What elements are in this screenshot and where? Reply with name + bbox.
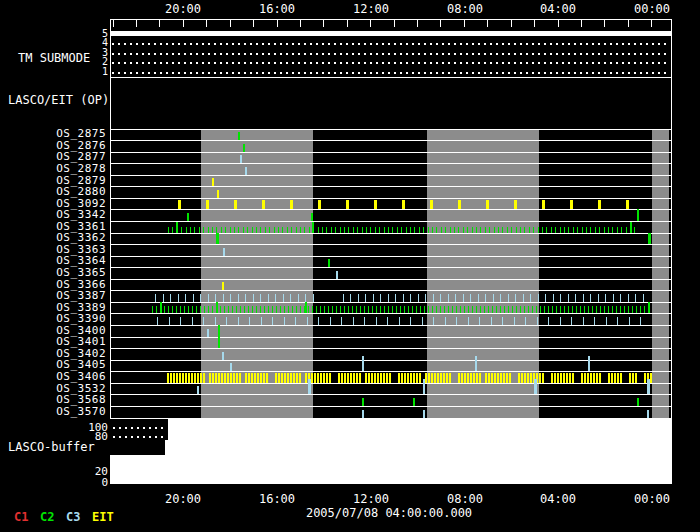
event-tick [637, 209, 639, 221]
event-tick [312, 306, 313, 313]
event-tick [164, 306, 165, 313]
event-tick [356, 373, 358, 383]
event-tick [580, 306, 581, 313]
event-tick [203, 317, 204, 325]
os-row-separator [110, 337, 672, 338]
os-row-separator [110, 233, 672, 234]
event-tick [296, 373, 298, 383]
event-tick [494, 227, 495, 233]
event-tick [425, 294, 426, 302]
event-tick [428, 306, 429, 313]
event-tick [514, 200, 517, 209]
event-tick [460, 306, 461, 313]
event-tick [324, 306, 325, 313]
os-row-separator [110, 348, 672, 349]
event-tick [343, 294, 344, 302]
event-tick [444, 306, 445, 313]
event-tick [362, 227, 363, 233]
event-tick [569, 373, 571, 383]
event-tick [330, 317, 331, 325]
event-tick [203, 373, 205, 383]
event-tick [194, 373, 196, 383]
event-tick [203, 227, 204, 233]
event-tick [220, 306, 221, 313]
event-tick [224, 373, 226, 383]
event-tick [563, 373, 565, 383]
event-tick [516, 227, 517, 233]
event-tick [413, 398, 415, 406]
event-tick [484, 306, 485, 313]
event-tick [398, 373, 400, 383]
event-tick [290, 294, 291, 302]
event-tick [186, 227, 187, 233]
event-tick [348, 227, 349, 233]
event-tick [344, 227, 345, 233]
event-tick [168, 306, 169, 313]
event-tick [338, 373, 340, 383]
event-tick [341, 317, 342, 325]
event-tick [341, 373, 343, 383]
event-tick [356, 306, 357, 313]
event-tick [497, 373, 499, 383]
event-tick [454, 227, 455, 233]
bottom-axis-tick-label: 08:00 [447, 493, 483, 506]
event-tick [529, 227, 530, 233]
event-tick [396, 306, 397, 313]
event-tick [476, 373, 478, 383]
event-tick [200, 306, 201, 313]
event-tick [304, 306, 305, 313]
event-tick [371, 373, 373, 383]
event-tick [500, 306, 501, 313]
event-tick [498, 227, 499, 233]
event-tick [551, 227, 552, 233]
event-tick [247, 227, 248, 233]
event-tick [222, 282, 224, 290]
event-tick [560, 227, 561, 233]
event-tick [476, 306, 477, 313]
event-tick [540, 306, 541, 313]
event-tick [560, 306, 561, 313]
event-tick [359, 373, 361, 383]
event-tick [275, 373, 277, 383]
event-tick [200, 294, 201, 302]
top-axis-tick [534, 20, 535, 27]
event-tick [217, 190, 219, 198]
event-tick [577, 227, 578, 233]
top-axis-tick-label: 20:00 [165, 3, 201, 16]
event-tick [604, 306, 605, 313]
event-tick [512, 306, 513, 313]
top-axis-tick [604, 20, 605, 27]
event-tick [308, 379, 311, 394]
event-tick [590, 294, 591, 302]
event-tick [632, 373, 634, 383]
event-tick [296, 227, 297, 233]
event-tick [461, 373, 463, 383]
event-tick [236, 306, 237, 313]
event-tick [179, 373, 181, 383]
event-tick [223, 294, 224, 302]
event-tick [215, 373, 217, 383]
event-tick [239, 373, 241, 383]
event-tick [281, 373, 283, 383]
event-tick [620, 373, 622, 383]
top-axis-tick [651, 20, 652, 27]
event-tick [230, 373, 232, 383]
event-tick [395, 294, 396, 302]
event-tick [172, 227, 173, 233]
top-axis-tick-label: 00:00 [634, 3, 670, 16]
event-tick [353, 227, 354, 233]
event-tick [586, 227, 587, 233]
event-tick [404, 306, 405, 313]
event-tick [612, 306, 613, 313]
event-tick [248, 306, 249, 313]
event-tick [311, 373, 313, 383]
event-tick [180, 306, 181, 313]
event-tick [436, 306, 437, 313]
top-axis-tick-label: 08:00 [447, 3, 483, 16]
event-tick [245, 167, 247, 175]
event-tick [616, 306, 617, 313]
event-tick [650, 373, 652, 383]
event-tick [392, 306, 393, 313]
event-tick [293, 373, 295, 383]
tm-submode-dotted-gridline [112, 72, 670, 74]
